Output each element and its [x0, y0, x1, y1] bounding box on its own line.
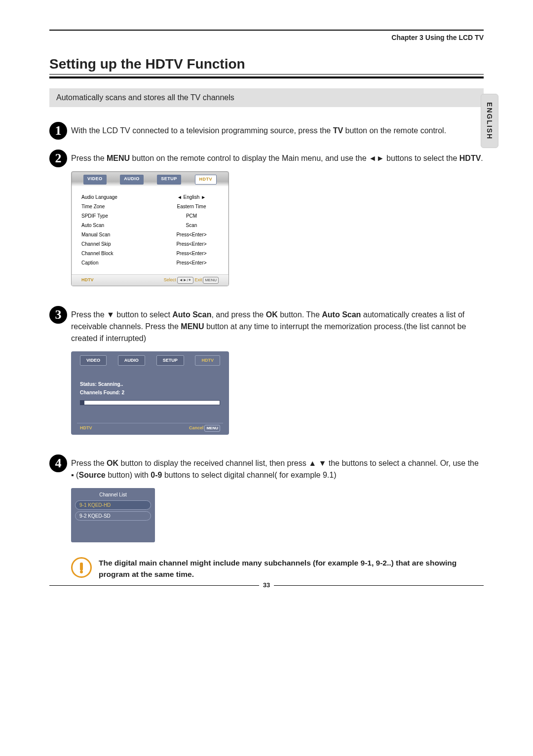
text: With the LCD TV connected to a televisio…: [71, 126, 333, 135]
key-hint: ◄►/✦: [177, 277, 193, 284]
label: Auto Scan: [81, 222, 104, 229]
label: Cancel: [189, 425, 204, 430]
channel-list-row[interactable]: 9-1 KQED-HD: [75, 500, 151, 510]
step-1-number: 1: [49, 122, 71, 140]
scan-status: Status: Scanning..: [80, 380, 220, 388]
step-3: 3 Press the ▼ button to select Auto Scan…: [49, 306, 484, 445]
key-hint: MENU: [203, 277, 219, 284]
label: Time Zone: [81, 203, 105, 210]
chapter-title: Chapter 3 Using the LCD TV: [49, 34, 484, 41]
osd-tab-audio[interactable]: AUDIO: [120, 175, 144, 185]
value: Press<Enter>: [164, 231, 219, 238]
bold: Source: [78, 471, 105, 479]
step-2-text: Press the MENU button on the remote cont…: [71, 150, 484, 296]
scan-progress: [80, 400, 220, 405]
bold: MENU: [181, 322, 204, 331]
channel-list-title: Channel List: [75, 491, 151, 498]
osd2-footer-title: HDTV: [80, 425, 92, 432]
warning-box: The digital main channel might include m…: [71, 557, 484, 580]
osd2-tab-hdtv[interactable]: HDTV: [195, 355, 220, 366]
footer-rule: 33: [49, 585, 484, 593]
osd-footer-hints: Select◄►/✦ ExitMENU: [164, 277, 219, 284]
osd2-tab-video[interactable]: VIDEO: [80, 355, 107, 366]
osd2-body: Status: Scanning.. Channels Found: 2: [71, 370, 229, 423]
osd-rows: Audio Language◄ English ► Time ZoneEaste…: [72, 188, 228, 274]
osd2-tabs: VIDEO AUDIO SETUP HDTV: [71, 351, 229, 370]
text: Press the: [71, 459, 107, 467]
osd-row[interactable]: Manual ScanPress<Enter>: [81, 230, 219, 239]
value: Press<Enter>: [164, 250, 219, 257]
language-tab: ENGLISH: [481, 94, 498, 148]
text: .: [481, 154, 483, 162]
value: Press<Enter>: [164, 240, 219, 248]
osd-row[interactable]: Auto ScanScan: [81, 221, 219, 230]
text: Press the ▼ button to select: [71, 310, 172, 319]
header-rule: [49, 30, 484, 31]
value: Scan: [164, 222, 219, 229]
osd-scanning: VIDEO AUDIO SETUP HDTV Status: Scanning.…: [71, 351, 229, 435]
step-2: 2 Press the MENU button on the remote co…: [49, 150, 484, 296]
osd-tab-hdtv[interactable]: HDTV: [195, 175, 217, 185]
bold: 0-9: [151, 471, 162, 479]
bold: OK: [266, 310, 278, 319]
osd2-footer: HDTV CancelMENU: [71, 423, 229, 435]
page-title: Setting up the HDTV Function: [49, 56, 484, 72]
label: Exit: [194, 277, 202, 282]
osd-row[interactable]: Channel BlockPress<Enter>: [81, 249, 219, 258]
label: Select: [164, 277, 176, 282]
label: Audio Language: [81, 193, 117, 201]
step-3-number: 3: [49, 306, 71, 445]
bold: MENU: [107, 154, 130, 162]
osd-row[interactable]: CaptionPress<Enter>: [81, 258, 219, 267]
warning-icon: [71, 557, 92, 578]
page: Chapter 3 Using the LCD TV ENGLISH Setti…: [0, 0, 533, 608]
osd-row[interactable]: Time ZoneEastern Time: [81, 202, 219, 211]
language-tab-label: ENGLISH: [486, 102, 494, 140]
text: button on the remote control to display …: [130, 154, 459, 162]
bold: TV: [333, 126, 343, 135]
step-1-text: With the LCD TV connected to a televisio…: [71, 122, 484, 140]
rule-thin: [49, 74, 484, 75]
label: Channel Block: [81, 250, 113, 257]
osd-row[interactable]: Channel SkipPress<Enter>: [81, 239, 219, 249]
text: button on the remote control.: [343, 126, 446, 135]
bold: HDTV: [459, 154, 481, 162]
osd2-tab-audio[interactable]: AUDIO: [118, 355, 145, 366]
warning-text: The digital main channel might include m…: [99, 557, 484, 580]
step-4-number: 4: [49, 454, 71, 580]
osd-tab-setup[interactable]: SETUP: [157, 175, 181, 185]
value: Eastern Time: [164, 203, 219, 210]
text: buttons to select digital channel( for e…: [162, 471, 336, 479]
channel-list-row[interactable]: 9-2 KQED-SD: [75, 511, 151, 521]
osd-row[interactable]: SPDIF TypePCM: [81, 211, 219, 221]
bold: Auto Scan: [322, 310, 361, 319]
osd2-footer-hints: CancelMENU: [189, 425, 220, 432]
intro-box: Automatically scans and stores all the T…: [49, 88, 484, 107]
text: , and press the: [211, 310, 266, 319]
value: ◄ English ►: [164, 193, 219, 201]
key-hint: MENU: [204, 425, 220, 432]
osd-tab-video[interactable]: VIDEO: [83, 175, 107, 185]
osd-hdtv-menu: VIDEO AUDIO SETUP HDTV Audio Language◄ E…: [71, 171, 229, 286]
osd-tabs: VIDEO AUDIO SETUP HDTV: [72, 172, 228, 188]
label: SPDIF Type: [81, 212, 108, 220]
text: Press the: [71, 154, 107, 162]
label: Caption: [81, 259, 98, 266]
rule-thick: [49, 76, 484, 78]
step-2-number: 2: [49, 150, 71, 296]
text: button) with: [106, 471, 151, 479]
bold: Auto Scan: [172, 310, 211, 319]
value: Press<Enter>: [164, 259, 219, 266]
page-number: 33: [259, 581, 274, 589]
channel-list: Channel List 9-1 KQED-HD 9-2 KQED-SD: [71, 488, 155, 542]
osd2-tab-setup[interactable]: SETUP: [156, 355, 184, 366]
label: Manual Scan: [81, 231, 110, 238]
osd-row[interactable]: Audio Language◄ English ►: [81, 192, 219, 202]
step-3-text: Press the ▼ button to select Auto Scan, …: [71, 306, 484, 445]
step-1: 1 With the LCD TV connected to a televis…: [49, 122, 484, 140]
osd-footer-title: HDTV: [81, 277, 94, 284]
label: Channel Skip: [81, 240, 111, 248]
osd-footer: HDTV Select◄►/✦ ExitMENU: [72, 274, 228, 286]
scan-found: Channels Found: 2: [80, 389, 220, 396]
step-4-text: Press the OK button to display the recei…: [71, 454, 484, 580]
